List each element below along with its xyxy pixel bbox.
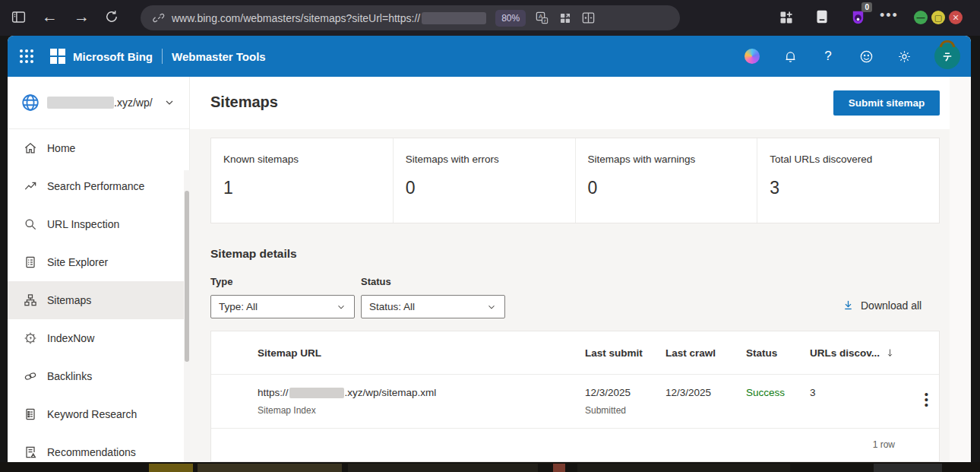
feedback-smiley-icon[interactable] — [858, 49, 874, 64]
brand-name: Microsoft Bing — [73, 50, 153, 63]
last-submit-cell: 12/3/2025 — [585, 387, 631, 398]
sitemap-url-cell: https:// .xyz/wp/sitemap.xml — [258, 387, 436, 398]
sidebar-toggle-icon[interactable] — [11, 9, 27, 25]
table-row[interactable]: https:// .xyz/wp/sitemap.xml Sitemap Ind… — [211, 375, 939, 429]
sitemap-type-label: Sitemap Index — [258, 405, 316, 416]
col-urls-discovered[interactable]: URLs discov... — [810, 347, 896, 359]
sidebar-item-search-performance[interactable]: Search Performance — [8, 167, 189, 205]
main-content: Sitemaps Submit sitemap Known sitemaps 1… — [190, 77, 950, 462]
back-button[interactable]: ← — [42, 8, 58, 24]
redacted-site-name — [47, 97, 114, 109]
globe-icon — [21, 93, 40, 112]
recommendations-icon — [23, 445, 38, 460]
webpage: Microsoft Bing Webmaster Tools ? — [8, 36, 971, 462]
last-crawl-cell: 12/3/2025 — [665, 387, 711, 398]
indexnow-gear-icon — [23, 331, 38, 346]
zoom-level-badge[interactable]: 80% — [495, 10, 526, 27]
status-cell: Success — [746, 387, 785, 398]
chevron-down-icon — [336, 302, 346, 312]
sidebar-scrollbar-thumb[interactable] — [185, 191, 189, 362]
sidebar-item-keyword-research[interactable]: Keyword Research — [8, 395, 189, 433]
sort-descending-icon — [884, 347, 896, 359]
stat-sitemaps-with-errors: Sitemaps with errors 0 — [394, 138, 576, 223]
page-title: Sitemaps — [210, 93, 278, 111]
window-maximize-button[interactable]: ▢ — [931, 11, 945, 24]
svg-text:z: z — [544, 18, 546, 23]
chevron-down-icon — [163, 97, 175, 109]
chevron-down-icon — [486, 302, 497, 312]
stat-total-urls-discovered: Total URLs discovered 3 — [757, 138, 939, 223]
brand-divider — [162, 49, 163, 64]
browser-menu-icon[interactable]: ••• — [880, 8, 899, 24]
magnifier-icon — [23, 217, 38, 232]
col-last-crawl[interactable]: Last crawl — [665, 347, 716, 359]
sidebar-item-url-inspection[interactable]: URL Inspection — [8, 205, 189, 243]
sidebar-item-backlinks[interactable]: Backlinks — [8, 357, 189, 395]
sidebar-item-site-explorer[interactable]: Site Explorer — [8, 243, 189, 281]
adblock-extension-icon[interactable]: 0 — [849, 8, 867, 29]
section-heading: Sitemap details — [210, 247, 297, 261]
submit-sitemap-button[interactable]: Submit sitemap — [833, 90, 940, 116]
document-icon[interactable] — [814, 9, 830, 24]
site-selector[interactable]: .xyz/wp/ — [8, 77, 189, 129]
help-icon[interactable]: ? — [820, 49, 836, 64]
home-icon — [23, 141, 38, 156]
backlinks-icon — [23, 369, 38, 384]
redacted-url-segment — [289, 388, 344, 398]
stat-known-sitemaps: Known sitemaps 1 — [211, 138, 394, 223]
stats-card: Known sitemaps 1 Sitemaps with errors 0 … — [210, 138, 940, 223]
stat-sitemaps-with-warnings: Sitemaps with warnings 0 — [576, 138, 758, 223]
download-all-button[interactable]: Download all — [842, 299, 922, 312]
settings-gear-icon[interactable] — [896, 49, 912, 64]
browser-toolbar: ← → www.bing.com/webmasters/sitemaps?sit… — [0, 0, 980, 36]
site-domain: .xyz/wp/ — [114, 97, 153, 109]
avatar[interactable] — [934, 43, 960, 69]
row-menu-kebab-icon[interactable]: ••• — [925, 391, 928, 407]
screen: ← → www.bing.com/webmasters/sitemaps?sit… — [0, 0, 980, 472]
window-close-button[interactable]: ✕ — [949, 11, 963, 24]
desktop-background-strip — [0, 462, 980, 472]
status-filter-label: Status — [361, 276, 391, 287]
waffle-icon[interactable] — [20, 49, 33, 63]
notifications-bell-icon[interactable] — [782, 49, 798, 64]
site-explorer-icon — [23, 255, 38, 270]
submit-note: Submitted — [585, 405, 626, 416]
col-sitemap-url[interactable]: Sitemap URL — [258, 347, 321, 359]
app-header: Microsoft Bing Webmaster Tools ? — [8, 36, 971, 77]
table-footer: 1 row — [211, 429, 939, 462]
page-header: Sitemaps Submit sitemap — [190, 77, 950, 129]
status-filter-dropdown[interactable]: Status: All — [361, 295, 505, 318]
col-status[interactable]: Status — [746, 347, 777, 359]
sidebar-item-recommendations[interactable]: Recommendations — [8, 433, 189, 462]
extensions-icon[interactable] — [779, 10, 794, 25]
download-icon — [842, 299, 855, 312]
type-filter-label: Type — [210, 276, 232, 287]
microsoft-logo — [50, 49, 65, 64]
product-name: Webmaster Tools — [172, 50, 266, 63]
row-count: 1 row — [873, 439, 895, 450]
url-bar[interactable]: www.bing.com/webmasters/sitemaps?siteUrl… — [141, 5, 680, 30]
copilot-icon[interactable] — [744, 49, 760, 64]
link-icon — [153, 11, 166, 24]
col-last-submit[interactable]: Last submit — [585, 347, 643, 359]
forward-button[interactable]: → — [74, 8, 90, 24]
table-header-row: Sitemap URL Last submit Last crawl Statu… — [211, 331, 939, 375]
sidebar-item-home[interactable]: Home — [8, 129, 189, 167]
translate-icon[interactable]: A z — [535, 11, 549, 25]
window-minimize-button[interactable]: — — [914, 11, 928, 24]
urls-discovered-cell: 3 — [810, 387, 816, 398]
split-view-icon[interactable] — [581, 11, 596, 25]
sitemap-icon — [23, 293, 38, 308]
sidebar-item-sitemaps[interactable]: Sitemaps — [8, 281, 189, 319]
avatar-glyph-te — [940, 49, 954, 63]
trend-arrow-icon — [23, 179, 38, 194]
avatar-decoration — [940, 40, 955, 47]
sitemaps-table: Sitemap URL Last submit Last crawl Statu… — [210, 331, 940, 462]
redacted-url-segment — [422, 12, 486, 24]
keyword-research-icon — [23, 407, 38, 422]
type-filter-dropdown[interactable]: Type: All — [210, 295, 355, 318]
extension-badge: 0 — [861, 2, 872, 12]
reload-button[interactable] — [104, 9, 119, 24]
sidebar-item-indexnow[interactable]: IndexNow — [8, 319, 189, 357]
tab-grid-icon[interactable] — [558, 11, 572, 25]
